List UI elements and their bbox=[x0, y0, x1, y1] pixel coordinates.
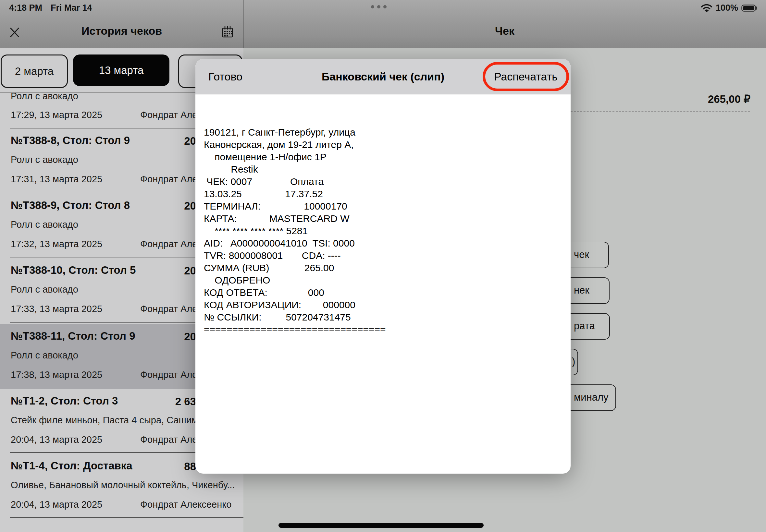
receipt-items: Оливье, Банановый молочный коктейль, Чик… bbox=[11, 480, 235, 490]
receipt-time: 20:04, 13 марта 2025 bbox=[11, 499, 102, 510]
receipt-items: Ролл с авокадо bbox=[11, 91, 78, 102]
check-total: 265,00 ₽ bbox=[708, 93, 750, 105]
receipt-waiter: Фондрат Але bbox=[140, 304, 197, 314]
slip-line: ОДОБРЕНО bbox=[204, 274, 386, 286]
slip-line: ================================ bbox=[204, 323, 386, 336]
side-button-label: рата bbox=[574, 314, 595, 338]
slip-line: 190121, г Санкт-Петербург, улица bbox=[204, 126, 386, 139]
dashed-separator bbox=[571, 111, 750, 112]
right-panel-title: Чек bbox=[243, 25, 766, 37]
status-time: 4:18 PM bbox=[9, 3, 42, 13]
receipt-time: 17:29, 13 марта 2025 bbox=[11, 110, 102, 120]
modal-header: Готово Банковский чек (слип) Распечатать bbox=[195, 59, 571, 94]
receipt-amount: 20 bbox=[136, 200, 196, 212]
receipt-waiter: Фондрат Але bbox=[140, 110, 197, 120]
slip-line: СУММА (RUB) 265.00 bbox=[204, 262, 386, 274]
receipt-number: №Т1-4, Стол: Доставка bbox=[11, 460, 132, 472]
bank-slip-text: 190121, г Санкт-Петербург, улица Канонер… bbox=[204, 126, 386, 336]
slip-line: Restik bbox=[204, 163, 386, 175]
slip-line: TVR: 8000008001 CDA: ---- bbox=[204, 249, 386, 262]
status-time-date: 4:18 PM Fri Mar 14 bbox=[9, 3, 92, 13]
print-annotation-circle: Распечатать bbox=[483, 62, 569, 91]
wifi-icon bbox=[701, 4, 712, 12]
date-filter-label: 13 марта bbox=[99, 64, 144, 77]
receipt-number: №Т388-11, Стол: Стол 9 bbox=[11, 330, 135, 342]
calendar-icon[interactable] bbox=[222, 26, 233, 39]
receipt-waiter: Фондрат Але bbox=[140, 369, 197, 380]
left-panel-title: История чеков bbox=[0, 25, 243, 37]
receipt-waiter: Фондрат Але bbox=[140, 239, 197, 249]
receipt-items: Ролл с авокадо bbox=[11, 219, 78, 230]
receipt-number: №Т388-9, Стол: Стол 8 bbox=[11, 199, 130, 212]
slip-line: AID: A0000000041010 TSI: 0000 bbox=[204, 237, 386, 249]
home-indicator[interactable] bbox=[278, 523, 484, 528]
slip-line: 13.03.25 17.37.52 bbox=[204, 188, 386, 200]
receipt-waiter: Фондрат Але bbox=[140, 434, 197, 445]
slip-line: **** **** **** **** 5281 bbox=[204, 225, 386, 237]
slip-line: ЧЕК: 0007 Оплата bbox=[204, 175, 386, 188]
multitasking-dots-icon[interactable] bbox=[371, 5, 387, 8]
side-button-label: нек bbox=[574, 278, 590, 303]
slip-line: № ССЫЛКИ: 507204731475 bbox=[204, 311, 386, 323]
divider bbox=[10, 517, 243, 518]
receipt-items: Ролл с авокадо bbox=[11, 284, 78, 295]
battery-icon bbox=[741, 4, 758, 12]
receipt-items: Ролл с авокадо bbox=[11, 154, 78, 165]
status-indicators: 100% bbox=[701, 3, 758, 13]
receipt-number: №Т388-8, Стол: Стол 9 bbox=[11, 134, 130, 147]
status-date: Fri Mar 14 bbox=[51, 3, 92, 13]
battery-percent-label: 100% bbox=[716, 3, 738, 13]
bank-slip-modal: Готово Банковский чек (слип) Распечатать… bbox=[195, 59, 571, 474]
receipt-amount: 20 bbox=[136, 331, 196, 343]
receipt-amount: 2 63 bbox=[136, 395, 196, 408]
slip-line: КОД ОТВЕТА: 000 bbox=[204, 286, 386, 299]
side-button-label: чек bbox=[574, 242, 589, 267]
receipt-amount: 20 bbox=[136, 265, 196, 277]
date-filter-13-march[interactable]: 13 марта bbox=[73, 54, 169, 86]
date-filter-label: 2 марта bbox=[15, 65, 54, 78]
receipt-time: 17:32, 13 марта 2025 bbox=[11, 239, 102, 249]
receipt-time: 17:31, 13 марта 2025 bbox=[11, 174, 102, 185]
slip-line: КОД АВТОРИЗАЦИИ: 000000 bbox=[204, 299, 386, 311]
receipt-time: 17:38, 13 марта 2025 bbox=[11, 369, 102, 380]
receipt-number: №Т388-10, Стол: Стол 5 bbox=[11, 264, 136, 276]
receipt-number: №Т1-2, Стол: Стол 3 bbox=[11, 395, 118, 407]
slip-line: ТЕРМИНАЛ: 10000170 bbox=[204, 200, 386, 212]
receipt-amount: 88 bbox=[136, 460, 196, 473]
slip-line: КАРТА: MASTERCARD W bbox=[204, 212, 386, 225]
receipt-waiter: Фондрат Але bbox=[140, 174, 197, 185]
side-button-label: миналу bbox=[574, 385, 609, 410]
status-bar: 4:18 PM Fri Mar 14 100% bbox=[0, 0, 766, 15]
receipt-items: Ролл с авокадо bbox=[11, 350, 78, 361]
slip-line: помещение 1-Н/офис 1Р bbox=[204, 151, 386, 163]
side-button-label: ) bbox=[572, 349, 575, 374]
date-filter-2-march[interactable]: 2 марта bbox=[1, 54, 68, 88]
receipt-amount: 20 bbox=[136, 135, 196, 147]
receipt-time: 17:33, 13 марта 2025 bbox=[11, 304, 102, 314]
receipt-waiter: Фондрат Алексеенко bbox=[140, 499, 231, 510]
receipt-time: 20:04, 13 марта 2025 bbox=[11, 434, 102, 445]
receipt-items: Стейк филе миньон, Паста 4 сыра, Сашим bbox=[11, 415, 198, 426]
print-button[interactable]: Распечатать bbox=[494, 70, 558, 83]
slip-line: Канонерская, дом 19-21 литер А, bbox=[204, 139, 386, 151]
